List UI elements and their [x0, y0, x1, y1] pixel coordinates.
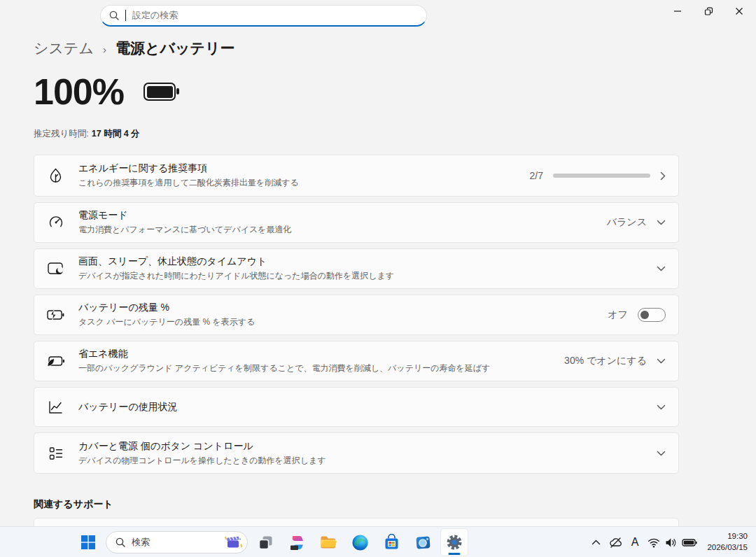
battery-percent: 100%	[34, 71, 124, 113]
row-battery-percentage[interactable]: バッテリーの残量 % タスク バーにバッテリーの残量 % を表示する オフ	[34, 295, 679, 335]
settings-list: エネルギーに関する推奨事項 これらの推奨事項を適用して二酸化炭素排出量を削減する…	[34, 155, 679, 474]
row-title: 省エネ機能	[78, 348, 490, 360]
search-icon	[115, 537, 125, 547]
row-subtitle: 一部のバックグラウンド アクティビティを制限することで、電力消費を削減し、バッテ…	[78, 362, 490, 374]
estimate-value: 17 時間 4 分	[92, 129, 140, 139]
battery-status: 100%	[34, 71, 176, 113]
hidden-icons-button[interactable]	[587, 528, 605, 556]
chevron-down-icon[interactable]	[657, 266, 666, 272]
toggle-state-label: オフ	[608, 309, 628, 321]
task-view-button[interactable]	[251, 528, 279, 556]
estimate-label: 推定残り時間:	[34, 129, 89, 139]
window-controls	[662, 1, 755, 21]
chevron-down-icon[interactable]	[657, 358, 666, 364]
controls-list-icon	[46, 446, 65, 460]
row-subtitle: 電力消費とパフォーマンスに基づいてデバイスを最適化	[78, 224, 292, 236]
row-title: バッテリーの残量 %	[78, 302, 255, 314]
settings-gear-icon	[446, 534, 463, 551]
taskbar-search-label: 検索	[132, 536, 216, 549]
row-energy-saver[interactable]: 省エネ機能 一部のバックグラウンド アクティビティを制限することで、電力消費を削…	[34, 341, 679, 381]
power-mode-value: バランス	[607, 216, 647, 229]
settings-app-button[interactable]	[440, 528, 468, 556]
row-screen-sleep-timeouts[interactable]: 画面、スリープ、休止状態のタイムアウト デバイスが指定された時間にわたりアイドル…	[34, 248, 679, 289]
quick-settings-button[interactable]	[643, 537, 701, 548]
settings-window: 設定の検索 システム › 電源とバッテリー 100% 推定残り時間:17 時間 …	[0, 0, 756, 557]
row-subtitle: デバイスが指定された時間にわたりアイドル状態になった場合の動作を選択します	[78, 270, 394, 282]
text-caret	[125, 10, 126, 21]
wifi-icon	[648, 537, 660, 548]
close-button[interactable]	[724, 1, 755, 21]
taskbar: 検索	[0, 526, 756, 557]
chevron-down-icon[interactable]	[657, 220, 666, 225]
row-subtitle: タスク バーにバッテリーの残量 % を表示する	[78, 316, 255, 328]
speaker-icon	[665, 537, 677, 548]
restore-button[interactable]	[693, 1, 724, 21]
row-title: カバーと電源 個のボタン コントロール	[78, 440, 326, 453]
search-icon	[109, 10, 119, 20]
leaf-icon	[46, 168, 65, 183]
task-view-icon	[258, 535, 274, 551]
search-placeholder: 設定の検索	[132, 9, 178, 22]
clock[interactable]: 19:30 2026/03/15	[701, 531, 748, 553]
outlook-button[interactable]	[409, 528, 437, 556]
screen-sleep-icon	[46, 262, 65, 276]
microsoft-store-icon	[383, 534, 400, 551]
battery-estimate: 推定残り時間:17 時間 4 分	[34, 128, 140, 140]
search-highlight-clapperboard-icon[interactable]	[223, 535, 244, 550]
battery-tray-icon	[682, 537, 697, 548]
active-app-indicator	[449, 553, 461, 555]
row-subtitle: これらの推奨事項を適用して二酸化炭素排出量を削減する	[78, 177, 299, 189]
minimize-button[interactable]	[662, 1, 693, 21]
battery-full-icon	[144, 83, 176, 101]
outlook-icon	[414, 534, 432, 551]
start-button[interactable]	[74, 528, 102, 556]
taskbar-search-input[interactable]: 検索	[106, 531, 248, 554]
cloud-slash-icon[interactable]	[605, 528, 626, 556]
row-power-mode[interactable]: 電源モード 電力消費とパフォーマンスに基づいてデバイスを最適化 バランス	[34, 202, 679, 243]
line-chart-icon	[46, 400, 65, 414]
copilot-app-button[interactable]	[283, 528, 311, 556]
chevron-down-icon[interactable]	[657, 451, 666, 456]
edge-button[interactable]	[346, 528, 374, 556]
row-battery-usage[interactable]: バッテリーの使用状況	[34, 387, 679, 427]
battery-leaf-icon	[46, 355, 65, 367]
tray-time: 19:30	[707, 531, 748, 542]
file-explorer-button[interactable]	[314, 528, 342, 556]
energy-saver-value: 30% でオンにする	[564, 355, 647, 367]
settings-search-input[interactable]: 設定の検索	[100, 5, 427, 27]
ime-mode-indicator[interactable]: A	[626, 536, 644, 549]
battery-percentage-toggle[interactable]	[638, 308, 666, 322]
edge-icon	[351, 534, 369, 551]
copilot-icon	[288, 534, 306, 551]
energy-progress-bar	[553, 174, 650, 178]
system-tray: A	[587, 527, 756, 557]
file-explorer-icon	[319, 533, 337, 551]
windows-logo-icon	[80, 535, 96, 550]
row-energy-recommendations[interactable]: エネルギーに関する推奨事項 これらの推奨事項を適用して二酸化炭素排出量を削減する…	[34, 155, 679, 197]
row-title: 画面、スリープ、休止状態のタイムアウト	[78, 255, 394, 268]
row-lid-power-controls[interactable]: カバーと電源 個のボタン コントロール デバイスの物理コントロールを操作したとき…	[34, 432, 679, 474]
row-title: 電源モード	[78, 209, 292, 222]
breadcrumb-separator-icon: ›	[103, 42, 106, 55]
microsoft-store-button[interactable]	[377, 528, 405, 556]
row-title: エネルギーに関する推奨事項	[78, 162, 299, 175]
breadcrumb-system[interactable]: システム	[34, 38, 94, 58]
chevron-right-icon	[660, 171, 666, 181]
page-title: 電源とバッテリー	[115, 38, 234, 58]
battery-bolt-icon	[46, 309, 65, 321]
row-title: バッテリーの使用状況	[78, 401, 178, 414]
related-support-heading: 関連するサポート	[34, 498, 113, 511]
breadcrumb: システム › 電源とバッテリー	[34, 38, 234, 58]
energy-progress-label: 2/7	[530, 170, 543, 181]
gauge-icon	[46, 215, 65, 230]
tray-date: 2026/03/15	[707, 542, 748, 554]
chevron-down-icon[interactable]	[657, 404, 666, 410]
row-subtitle: デバイスの物理コントロールを操作したときの動作を選択します	[78, 455, 326, 467]
